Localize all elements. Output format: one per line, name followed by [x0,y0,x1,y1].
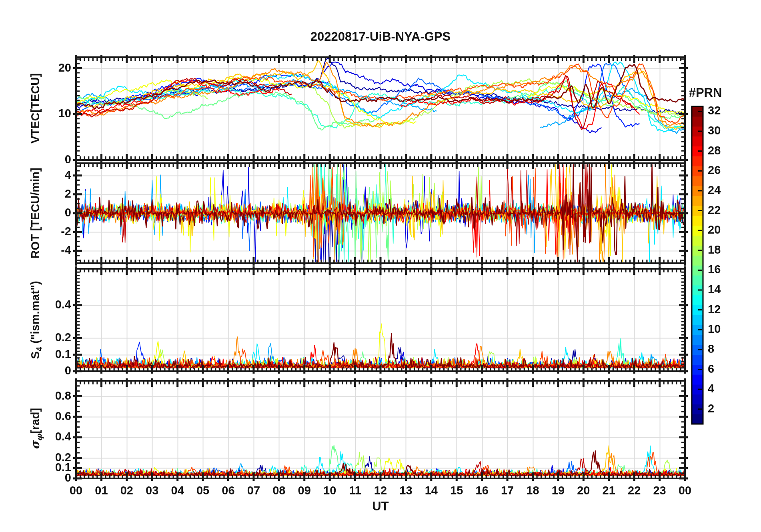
y-tick-label: 0.6 [1,410,71,423]
x-tick-label: 02 [113,484,141,497]
x-tick-label: 10 [316,484,344,497]
chart-title: 20220817-UiB-NYA-GPS [76,30,685,44]
chart-canvas [0,0,761,532]
colorbar-tick-label: 6 [708,362,736,376]
colorbar-tick-label: 18 [708,243,736,256]
x-tick-label: 12 [366,484,395,497]
x-tick-label: 00 [671,484,699,497]
y-tick-label: -4 [1,244,71,257]
y-tick-label: 0.2 [1,331,71,344]
colorbar-tick-label: 10 [708,322,736,336]
x-tick-label: 17 [493,484,521,497]
colorbar-tick-label: 14 [708,283,736,296]
colorbar-tick-label: 24 [708,184,736,197]
y-tick-label: 0.4 [1,430,71,443]
y-tick-label: 0 [1,153,71,166]
x-tick-label: 08 [265,484,293,497]
y-tick-label: 0.2 [1,451,71,464]
colorbar-tick-label: 32 [708,104,736,117]
x-tick-label: 05 [189,484,217,497]
colorbar-tick-label: 16 [708,263,736,276]
x-tick-label: 13 [392,484,420,497]
x-tick-label: 20 [569,484,597,497]
x-tick-label: 19 [544,484,572,497]
x-tick-label: 21 [595,484,623,497]
colorbar-tick-label: 12 [708,303,736,316]
colorbar-title: #PRN [679,86,732,100]
x-tick-label: 22 [620,484,648,497]
y-tick-label: 0 [1,364,71,377]
colorbar-tick-label: 26 [708,164,736,177]
y-tick-label: 0.8 [1,389,71,402]
x-tick-label: 18 [519,484,547,497]
colorbar-tick-label: 22 [708,204,736,217]
x-tick-label: 23 [646,484,674,497]
y-tick-label: -2 [1,225,71,238]
colorbar-tick-label: 4 [708,382,736,395]
y-tick-label: 4 [1,168,71,182]
x-tick-label: 14 [417,484,445,497]
x-tick-label: 16 [468,484,496,497]
y-tick-label: 0.1 [1,348,71,361]
colorbar-tick-label: 2 [708,402,736,415]
x-tick-label: 15 [443,484,471,497]
y-tick-label: 2 [1,187,71,200]
xlabel-ut: UT [76,499,685,514]
x-tick-label: 03 [138,484,166,497]
x-tick-label: 07 [240,484,268,497]
y-tick-label: 10 [1,107,71,120]
figure: 20220817-UiB-NYA-GPS VTEC[TECU] ROT [TEC… [0,0,761,532]
y-tick-label: 0.4 [1,298,71,311]
x-tick-label: 06 [214,484,242,497]
colorbar-tick-label: 8 [708,342,736,356]
x-tick-label: 04 [164,484,192,497]
colorbar-tick-label: 30 [708,124,736,137]
y-tick-label: 0 [1,206,71,219]
y-tick-label: 20 [1,61,71,74]
colorbar-tick-label: 20 [708,223,736,236]
x-tick-label: 00 [62,484,90,497]
x-tick-label: 01 [87,484,115,497]
colorbar-tick-label: 28 [708,144,736,157]
x-tick-label: 11 [341,484,369,497]
x-tick-label: 09 [290,484,318,497]
